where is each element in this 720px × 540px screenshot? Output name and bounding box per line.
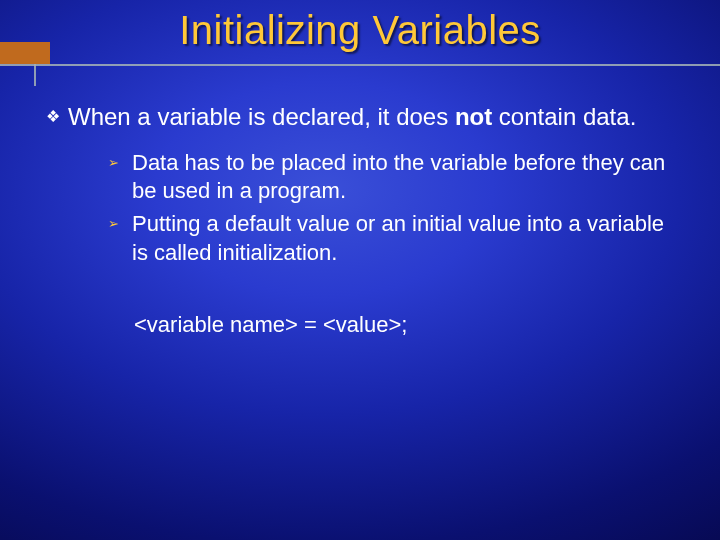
vertical-tick [34,64,36,86]
sub-b-text: Putting a default value or an initial va… [132,210,680,267]
title-underline [0,64,720,66]
sub-bullet-list: ➢ Data has to be placed into the variabl… [108,149,680,267]
title-bar: Initializing Variables [0,0,720,88]
bullet1-text: When a variable is declared, it does not… [68,102,680,133]
bullet1-bold: not [455,103,492,130]
bullet-level2: ➢ Data has to be placed into the variabl… [108,149,680,206]
content-area: ❖ When a variable is declared, it does n… [0,88,720,339]
bullet-level2: ➢ Putting a default value or an initial … [108,210,680,267]
arrow-bullet-icon: ➢ [108,210,132,238]
bullet1-post: contain data. [492,103,636,130]
slide-title: Initializing Variables [0,10,720,50]
diamond-bullet-icon: ❖ [46,102,68,132]
corner-accent [0,42,50,64]
bullet-level1: ❖ When a variable is declared, it does n… [46,102,680,133]
bullet1-pre: When a variable is declared, it does [68,103,455,130]
syntax-example: <variable name> = <value>; [134,311,680,339]
sub-a-text: Data has to be placed into the variable … [132,149,680,206]
arrow-bullet-icon: ➢ [108,149,132,177]
